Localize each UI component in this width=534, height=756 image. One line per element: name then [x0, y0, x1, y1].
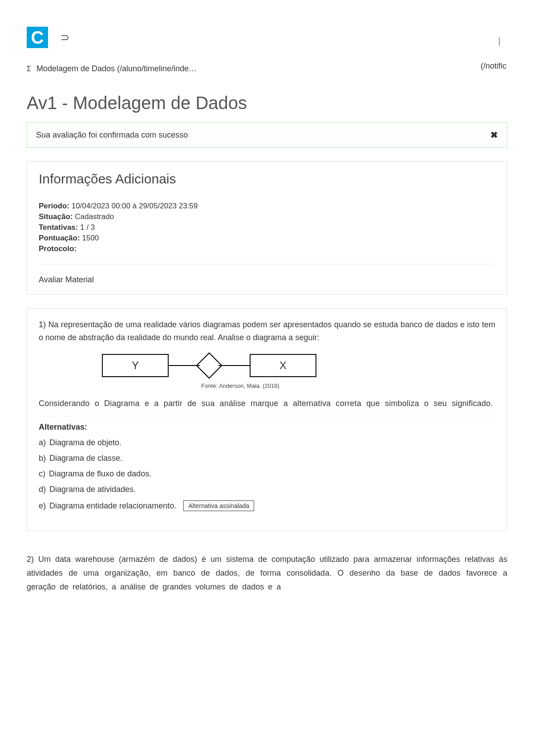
- alt-text: Diagrama de objeto.: [49, 438, 121, 447]
- alt-letter: c): [39, 469, 45, 479]
- sigma-icon: Σ: [27, 65, 31, 73]
- page-title: Av1 - Modelagem de Dados: [27, 93, 507, 113]
- q1-instruction: Considerando o Diagrama e a partir de su…: [39, 397, 495, 410]
- question-2-prompt: 2) Um data warehouse (armazém de dados) …: [27, 553, 507, 593]
- info-protocolo: Protocolo:: [39, 244, 495, 253]
- q1-alternative[interactable]: c) Diagrama de fluxo de dados.: [39, 469, 495, 479]
- alt-letter: e): [39, 501, 46, 511]
- q1-alternative[interactable]: b) Diagrama de classe.: [39, 454, 495, 463]
- notifications-link[interactable]: (/notific: [481, 61, 506, 71]
- entity-x-box: X: [250, 354, 316, 377]
- selected-badge: Alternativa assinalada: [183, 500, 254, 511]
- alt-letter: a): [39, 438, 46, 447]
- breadcrumb-text: Modelagem de Dados (/aluno/timeline/inde…: [36, 64, 197, 73]
- relation-line-left: [169, 365, 200, 366]
- top-right-divider: |: [498, 36, 500, 46]
- alt-letter: b): [39, 454, 46, 463]
- info-heading: Informações Adicionais: [39, 171, 495, 187]
- alternativas-heading: Alternativas:: [39, 423, 495, 432]
- question-1-card: 1) Na representação de uma realidade vár…: [27, 308, 507, 531]
- info-periodo: Período: 10/04/2023 00:00 à 29/05/2023 2…: [39, 202, 495, 211]
- info-tentativas: Tentativas: 1 / 3: [39, 223, 495, 232]
- app-logo[interactable]: C: [27, 27, 48, 48]
- info-situacao: Situação: Cadastrado: [39, 212, 495, 221]
- alt-text: Diagrama entidade relacionamento.: [49, 501, 176, 511]
- q1-diagram: Y X Fonte: Anderson, Maia. (2016): [39, 354, 495, 389]
- breadcrumb[interactable]: Σ Modelagem de Dados (/aluno/timeline/in…: [27, 64, 507, 73]
- alt-letter: d): [39, 485, 46, 494]
- entity-y-box: Y: [102, 354, 169, 377]
- alt-text: Diagrama de classe.: [49, 454, 122, 463]
- close-icon[interactable]: ✖: [490, 130, 498, 140]
- logo-letter: C: [31, 28, 44, 46]
- alert-text: Sua avaliação foi confirmada com sucesso: [36, 130, 188, 140]
- superset-icon: ⊃: [61, 31, 69, 44]
- q1-alternative[interactable]: e) Diagrama entidade relacionamento.Alte…: [39, 500, 495, 511]
- q1-alternative[interactable]: a) Diagrama de objeto.: [39, 438, 495, 447]
- info-pontuacao: Pontuação: 1500: [39, 234, 495, 243]
- q1-prompt: 1) Na representação de uma realidade vár…: [39, 318, 495, 344]
- relation-line-right: [218, 365, 250, 366]
- alt-text: Diagrama de fluxo de dados.: [49, 469, 151, 479]
- info-card: Informações Adicionais Período: 10/04/20…: [27, 161, 507, 295]
- diagram-caption: Fonte: Anderson, Maia. (2016): [201, 382, 279, 389]
- success-alert: Sua avaliação foi confirmada com sucesso…: [27, 122, 507, 148]
- avaliar-material-link[interactable]: Avaliar Material: [39, 275, 495, 285]
- alt-text: Diagrama de atividades.: [49, 485, 136, 494]
- divider: [39, 264, 495, 264]
- relationship-diamond: [196, 352, 222, 378]
- q1-alternative[interactable]: d) Diagrama de atividades.: [39, 485, 495, 494]
- divider: [39, 416, 495, 416]
